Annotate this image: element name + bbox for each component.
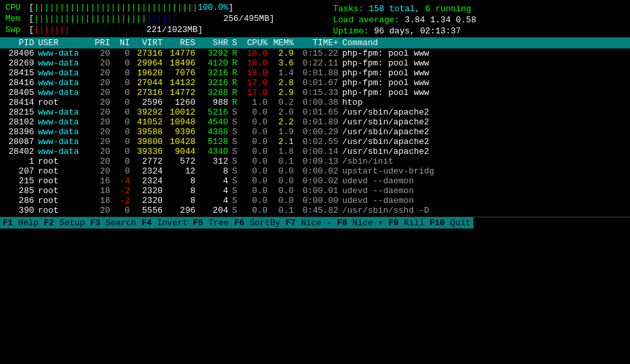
cell-s: S [232,196,244,206]
cell-pid: 28087 [5,137,38,147]
footer-label: Help [16,217,41,228]
footer-item[interactable]: F3Search [87,217,138,228]
cell-s: R [232,68,244,78]
cell-pid: 28406 [5,48,38,58]
cell-pri: 20 [90,127,114,137]
cell-ni: 0 [114,88,134,98]
table-row[interactable]: 28416 www-data 20 0 27044 14132 3216 R 1… [0,78,630,88]
cell-cmd: /usr/sbin/apache2 [342,137,625,147]
cell-user: root [38,176,90,186]
cell-cmd: udevd --daemon [342,186,625,196]
cell-shr: 4 [199,186,232,196]
cell-time: 0:00.00 [296,196,342,206]
cell-cmd: php-fpm: pool www [342,88,625,98]
cell-cmd: /usr/sbin/apache2 [342,107,625,117]
table-row[interactable]: 28215 www-data 20 0 39292 10012 5216 S 0… [0,107,630,117]
cpu-meter-row: CPU [ |||||||||||||||||||||||||||||||| 1… [5,3,307,12]
header-res: RES [167,38,199,48]
cell-time: 0:09.13 [296,156,342,166]
table-row[interactable]: 1 root 20 0 2772 572 312 S 0.0 0.1 0:09.… [0,156,630,166]
cell-res: 12 [167,166,199,176]
meters-panel: CPU [ |||||||||||||||||||||||||||||||| 1… [5,3,307,36]
footer-item[interactable]: F4Invert [139,217,190,228]
cell-pri: 20 [90,58,114,68]
cell-s: R [232,48,244,58]
cell-user: www-data [38,117,90,127]
table-row[interactable]: 28405 www-data 20 0 27316 14772 3288 R 1… [0,88,630,98]
cell-s: S [232,147,244,156]
stats-panel: Tasks: 158 total, 6 running Load average… [333,3,476,36]
cell-s: S [232,206,244,215]
footer-item[interactable]: F1Help [0,217,41,228]
cell-virt: 19620 [134,68,167,78]
cell-cpu: 0.0 [244,176,270,186]
cell-time: 0:00.02 [296,176,342,186]
cell-pid: 28415 [5,68,38,78]
cell-s: S [232,107,244,117]
cell-ni: 0 [114,107,134,117]
table-row[interactable]: 28102 www-data 20 0 41052 10948 4540 S 0… [0,117,630,127]
cell-user: www-data [38,58,90,68]
cell-mem: 2.1 [270,137,296,147]
uptime-value: 96 days, 02:13:37 [374,26,461,36]
table-row[interactable]: 285 root 18 -2 2320 8 4 S 0.0 0.0 0:00.0… [0,186,630,196]
cell-res: 10012 [167,107,199,117]
table-row[interactable]: 28415 www-data 20 0 19620 7076 3216 R 18… [0,68,630,78]
cell-user: root [38,196,90,206]
cell-user: root [38,98,90,107]
footer-item[interactable]: F8Nice + [334,217,385,228]
cell-res: 14772 [167,88,199,98]
cell-cpu: 17.0 [244,78,270,88]
cell-ni: 0 [114,117,134,127]
table-row[interactable]: 286 root 18 -2 2320 8 4 S 0.0 0.0 0:00.0… [0,196,630,206]
table-row[interactable]: 215 root 16 -4 2324 8 4 S 0.0 0.0 0:00.0… [0,176,630,186]
footer-key: F2 [41,217,57,228]
table-row[interactable]: 28087 www-data 20 0 39800 10428 5128 S 0… [0,137,630,147]
table-row[interactable]: 390 root 20 0 5556 296 204 S 0.0 0.1 0:4… [0,206,630,215]
cell-shr: 988 [199,98,232,107]
cell-res: 14132 [167,78,199,88]
cell-mem: 0.0 [270,166,296,176]
header-cmd: Command [342,38,625,48]
cell-res: 572 [167,156,199,166]
table-row[interactable]: 207 root 20 0 2324 12 8 S 0.0 0.0 0:00.0… [0,166,630,176]
cell-cmd: php-fpm: pool www [342,78,625,88]
cell-user: www-data [38,88,90,98]
cell-cpu: 0.0 [244,206,270,215]
table-row[interactable]: 28414 root 20 0 2596 1260 988 R 1.0 0.2 … [0,98,630,107]
table-row[interactable]: 28269 www-data 20 0 29964 18496 4120 R 1… [0,58,630,68]
cell-mem: 0.2 [270,98,296,107]
footer-item[interactable]: F2Setup [41,217,88,228]
footer-label: Invert [154,217,190,228]
cell-ni: 0 [114,127,134,137]
cell-ni: 0 [114,48,134,58]
cell-user: www-data [38,137,90,147]
footer-item[interactable]: F9Kill [385,217,427,228]
cell-cpu: 0.0 [244,196,270,206]
footer-item[interactable]: F6SortBy [231,217,283,228]
footer-bar: F1HelpF2SetupF3SearchF4InvertF5TreeF6Sor… [0,217,630,228]
footer-item[interactable]: F10Quit [427,217,473,228]
cell-s: R [232,58,244,68]
cell-shr: 5216 [199,107,232,117]
cell-res: 8 [167,196,199,206]
cell-shr: 4 [199,176,232,186]
footer-label: Setup [56,217,87,228]
footer-item[interactable]: F5Tree [190,217,231,228]
table-row[interactable]: 28402 www-data 20 0 39336 9044 4340 S 0.… [0,147,630,156]
footer-key: F3 [87,217,103,228]
table-row[interactable]: 28396 www-data 20 0 39588 9396 4388 S 0.… [0,127,630,137]
cell-mem: 0.1 [270,206,296,215]
cell-mem: 2.8 [270,78,296,88]
cell-cmd: php-fpm: pool www [342,58,625,68]
cell-cmd: udevd --daemon [342,196,625,206]
cell-pid: 285 [5,186,38,196]
cell-time: 0:01.89 [296,117,342,127]
cell-pri: 20 [90,68,114,78]
cell-ni: 0 [114,137,134,147]
header-pri: PRI [90,38,114,48]
swp-label: Swp [5,25,29,35]
table-row[interactable]: 28406 www-data 20 0 27316 14776 3292 R 1… [0,48,630,58]
footer-item[interactable]: F7Nice - [283,217,334,228]
cell-s: S [232,166,244,176]
